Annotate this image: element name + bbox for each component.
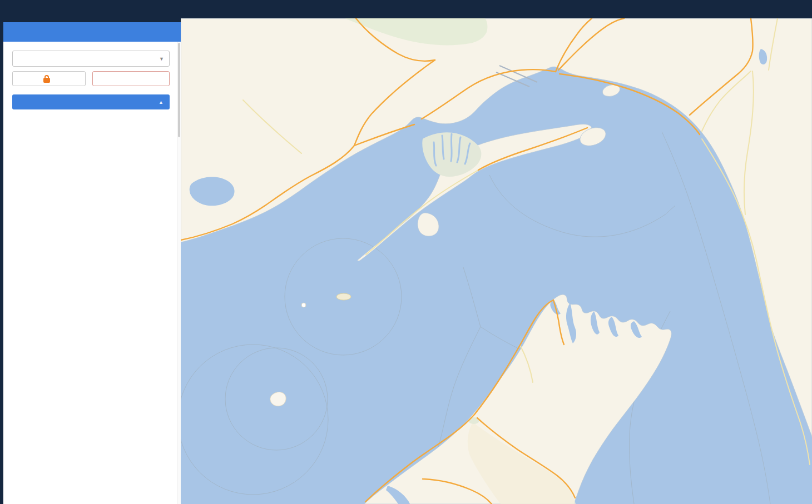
create-filter-button[interactable]	[12, 71, 86, 86]
saved-filter-select[interactable]: ▼	[12, 51, 170, 67]
top-navbar	[0, 0, 812, 18]
greater-tunb-island	[336, 293, 351, 300]
scrollbar-thumb[interactable]	[178, 43, 180, 137]
select-links	[12, 109, 170, 121]
chevron-down-icon: ▼	[159, 56, 164, 62]
filter-actions	[12, 71, 170, 86]
vessel-filters-sidebar: ▼ ▲	[0, 18, 181, 504]
filters-panel-header	[3, 22, 181, 42]
lesser-tunb-island	[301, 303, 306, 307]
vesselfinder-app: ▼ ▲	[0, 0, 812, 504]
panel-scrollbar[interactable]	[177, 42, 181, 504]
vessel-type-section-header[interactable]: ▲	[12, 94, 170, 109]
map-canvas[interactable]	[181, 18, 812, 504]
chevron-up-icon: ▲	[159, 99, 164, 105]
lock-icon	[43, 78, 50, 83]
map-svg	[181, 18, 812, 504]
reset-button[interactable]	[92, 71, 170, 86]
filters-panel-body: ▼ ▲	[3, 42, 177, 504]
